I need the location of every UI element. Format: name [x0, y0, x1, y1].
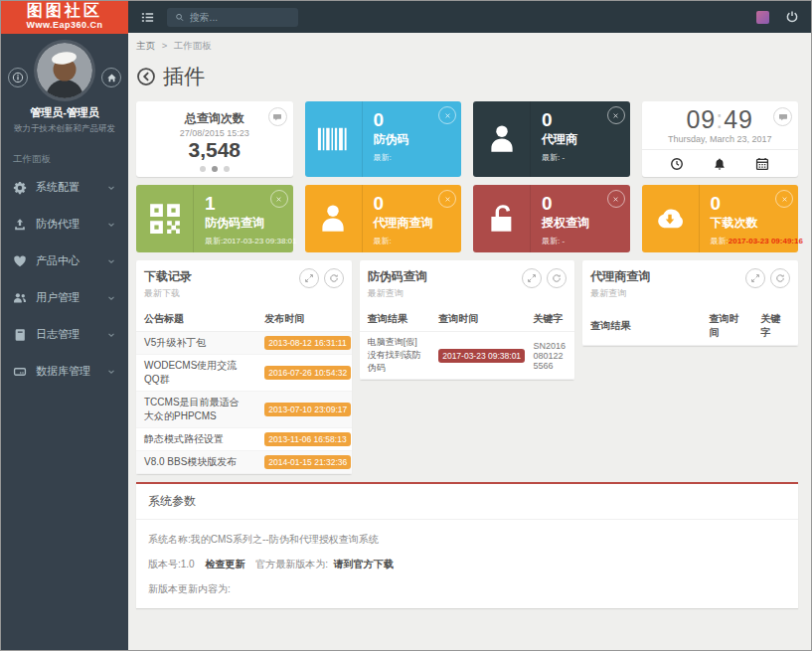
breadcrumb-home[interactable]: 主页 [136, 40, 155, 51]
card-value: 0 [374, 194, 433, 214]
sidebar: 图图社区 Www.Eap360.Cn 管理员-管理员 致力于技术创新和产品研发 [1, 1, 128, 650]
expand-button[interactable] [522, 268, 542, 288]
table-row: TCCMS是目前最适合大众的PHPCMS 2013-07-10 23:09:17 [136, 392, 352, 428]
heart-icon [13, 254, 27, 268]
panel-title: 系统参数 [136, 484, 798, 520]
sidebar-item-user-management[interactable]: 用户管理 [1, 279, 128, 316]
carousel-dot[interactable] [200, 166, 206, 172]
close-icon [611, 111, 620, 120]
expand-button[interactable] [745, 268, 765, 288]
card-menu-button[interactable] [268, 107, 287, 126]
page-title-text: 插件 [163, 63, 205, 90]
panel-header: 防伪码查询 最新查询 [360, 260, 575, 307]
breadcrumb: 主页 > 工作面板 [136, 33, 798, 56]
info-button[interactable] [8, 68, 28, 87]
chat-icon [272, 112, 282, 122]
card-close-button[interactable] [775, 190, 793, 208]
chevron-down-icon [106, 330, 116, 340]
announcement-link[interactable]: TCCMS是目前最适合大众的PHPCMS [136, 392, 256, 428]
refresh-button[interactable] [547, 268, 567, 288]
power-button[interactable] [785, 10, 799, 24]
sidebar-item-database-management[interactable]: 数据库管理 [1, 353, 128, 390]
cloud-download-icon [653, 202, 687, 236]
sidebar-item-anticounterfeit-agent[interactable]: 防伪代理 [1, 206, 128, 243]
search-box [167, 8, 298, 27]
search-input[interactable] [190, 12, 290, 23]
download-records-panel: 下载记录 最新下载 公告标题 发布时间 [136, 260, 352, 474]
topbar-right [756, 10, 799, 24]
card-value: 0 [374, 110, 409, 130]
security-code-card: 0 防伪码 最新: [305, 101, 462, 177]
close-icon [274, 195, 283, 204]
clock-separator: : [716, 105, 724, 133]
clock-icon [670, 157, 684, 171]
sidebar-item-label: 日志管理 [36, 327, 80, 342]
hamburger-icon [140, 10, 155, 25]
calendar-button[interactable] [755, 157, 769, 171]
panel-subtitle: 最新下载 [144, 287, 192, 300]
sidebar-item-label: 系统配置 [36, 180, 80, 195]
sidebar-item-product-center[interactable]: 产品中心 [1, 243, 128, 279]
brand-logo[interactable]: 图图社区 Www.Eap360.Cn [1, 1, 128, 34]
card-value: 0 [542, 194, 589, 214]
panel-header: 代理商查询 最新查询 [582, 260, 798, 307]
close-icon [611, 195, 620, 204]
clock-minutes: 49 [724, 105, 753, 133]
time-badge: 2017-03-23 09:38:01 [438, 349, 525, 363]
clock-button[interactable] [670, 157, 684, 171]
check-update-link[interactable]: 检查更新 [205, 559, 244, 570]
alarm-button[interactable] [713, 157, 727, 171]
avatar [37, 43, 92, 98]
calendar-icon [755, 157, 769, 171]
table-row: V8.0 BBS模块版发布 2014-01-15 21:32:36 [136, 451, 352, 474]
main-area: 主页 > 工作面板 插件 总查询次数 27/08/2015 15:23 3,54… [128, 1, 811, 650]
announcement-link[interactable]: V5升级补丁包 [136, 332, 256, 355]
close-icon [443, 195, 452, 204]
chevron-down-icon [106, 183, 116, 193]
brand-title: 图图社区 [1, 2, 128, 20]
carousel-dot[interactable] [224, 166, 230, 172]
sidebar-item-system-config[interactable]: 系统配置 [1, 169, 128, 206]
chat-icon [778, 112, 788, 122]
card-latest: 最新: [374, 236, 433, 246]
announcement-link[interactable]: WODECMS使用交流QQ群 [136, 355, 256, 392]
unlock-icon [485, 202, 519, 236]
column-header: 公告标题 [136, 307, 256, 332]
qr-code-icon [148, 202, 182, 236]
profile-thumbnail-button[interactable] [756, 11, 769, 24]
clock-card: 09:49 Thursday, March 23, 2017 [642, 101, 799, 177]
sidebar-toggle-button[interactable] [140, 10, 155, 25]
carousel-dot-active[interactable] [212, 166, 218, 172]
person-icon [485, 122, 519, 156]
system-params-body: 系统名称:我的CMS系列之--防伪和代理授权查询系统 版本号:1.0 检查更新 … [136, 520, 798, 608]
time-badge: 2013-11-06 16:58:13 [264, 432, 350, 446]
announcement-link[interactable]: V8.0 BBS模块版发布 [136, 451, 256, 474]
chevron-down-icon [106, 256, 116, 266]
expand-button[interactable] [299, 268, 319, 288]
card-close-button[interactable] [607, 190, 625, 208]
time-badge: 2013-08-12 16:31:11 [264, 336, 350, 350]
system-params-panel: 系统参数 系统名称:我的CMS系列之--防伪和代理授权查询系统 版本号:1.0 … [136, 482, 798, 608]
card-close-button[interactable] [607, 106, 625, 124]
sidebar-menu: 系统配置 防伪代理 产品中心 用户管理 日志管理 [1, 169, 128, 390]
table-row: 静态模式路径设置 2013-11-06 16:58:13 [136, 428, 352, 451]
card-close-button[interactable] [270, 190, 288, 208]
profile-section: 管理员-管理员 致力于技术创新和产品研发 [1, 34, 128, 143]
sidebar-item-label: 产品中心 [36, 253, 80, 268]
card-close-button[interactable] [438, 106, 456, 124]
brand-url: Www.Eap360.Cn [1, 20, 128, 30]
card-close-button[interactable] [438, 190, 456, 208]
stats-row-1: 总查询次数 27/08/2015 15:23 3,548 0 防伪码 [136, 101, 798, 177]
card-label: 代理商查询 [374, 215, 433, 232]
official-download-link[interactable]: 请到官方下载 [334, 559, 394, 570]
card-menu-button[interactable] [773, 107, 792, 126]
sidebar-item-log-management[interactable]: 日志管理 [1, 316, 128, 353]
bell-icon [713, 157, 727, 171]
refresh-button[interactable] [770, 268, 790, 288]
refresh-button[interactable] [324, 268, 344, 288]
card-latest: 最新: - [542, 152, 577, 163]
refresh-icon [329, 273, 339, 283]
panel-title: 代理商查询 [590, 268, 650, 285]
home-button[interactable] [101, 68, 121, 87]
announcement-link[interactable]: 静态模式路径设置 [136, 428, 256, 451]
